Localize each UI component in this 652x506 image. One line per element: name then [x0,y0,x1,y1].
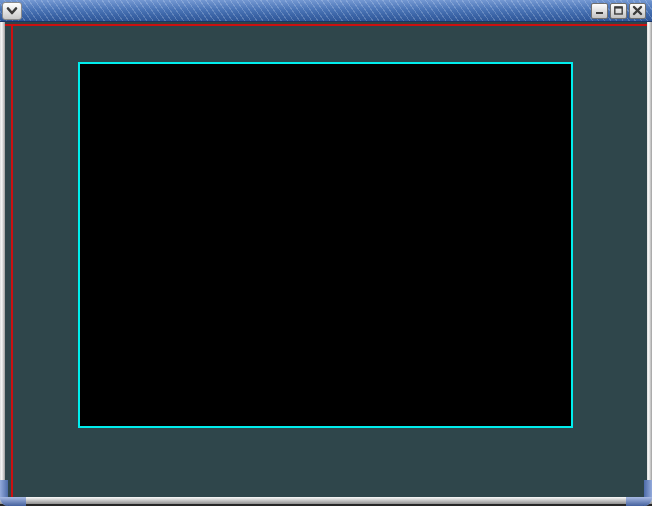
minimize-icon [594,1,605,20]
window-menu-button[interactable] [2,2,22,20]
window-controls [591,3,646,19]
maximize-icon [613,1,624,20]
spectrum-plot[interactable] [5,22,647,497]
minimize-button[interactable] [591,3,608,19]
titlebar[interactable] [0,0,652,22]
close-button[interactable] [629,3,646,19]
window-resize-grip-bottom-left[interactable] [0,480,26,506]
window-resize-edge-bottom[interactable] [0,497,652,506]
xgterm-window [0,0,652,506]
plot-area[interactable] [79,63,572,427]
terminal-graphics-screen [5,22,647,497]
chevron-down-icon [6,1,18,20]
close-icon [632,1,643,20]
window-resize-edge-right[interactable] [647,22,652,497]
maximize-button[interactable] [610,3,627,19]
window-resize-grip-bottom-right[interactable] [626,480,652,506]
